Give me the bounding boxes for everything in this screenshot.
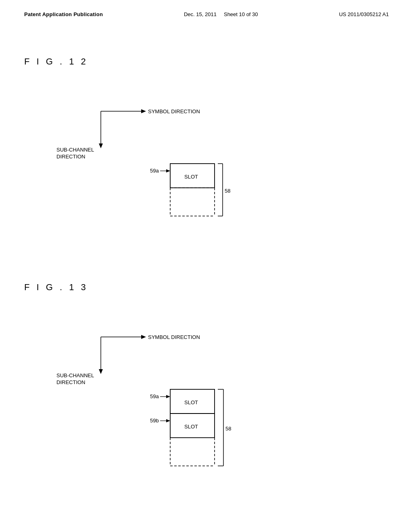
- fig12-section: F I G . 1 2 SYMBOL DIRECTION SUB-CHANNEL…: [24, 56, 307, 234]
- header-date-sheet: Dec. 15, 2011 Sheet 10 of 30: [184, 11, 258, 17]
- ref-59b-label-13: 59b: [150, 418, 159, 424]
- header-date: Dec. 15, 2011: [184, 11, 217, 17]
- fig13-diagram: SYMBOL DIRECTION SUB-CHANNEL DIRECTION 5…: [24, 305, 307, 490]
- header-sheet: Sheet 10 of 30: [224, 11, 258, 17]
- svg-text:DIRECTION: DIRECTION: [56, 154, 86, 160]
- ref-59a-label-13: 59a: [150, 393, 159, 399]
- svg-marker-23: [166, 419, 170, 422]
- symbol-direction-label-13: SYMBOL DIRECTION: [148, 334, 200, 340]
- svg-marker-1: [141, 109, 146, 113]
- ref-59a-label: 59a: [150, 168, 159, 174]
- fig12-svg: SYMBOL DIRECTION SUB-CHANNEL DIRECTION 5…: [24, 79, 286, 228]
- sub-channel-direction-label: SUB-CHANNEL: [56, 147, 94, 153]
- svg-marker-16: [141, 335, 146, 339]
- svg-marker-7: [166, 169, 170, 172]
- slot-text-a: SLOT: [184, 399, 198, 405]
- ref-58-label: 58: [225, 188, 230, 194]
- ref-58-label-13: 58: [225, 426, 231, 432]
- header-patent-number: US 2011/0305212 A1: [339, 11, 389, 17]
- sub-channel-direction-label-13: SUB-CHANNEL: [56, 372, 94, 378]
- fig13-section: F I G . 1 3 SYMBOL DIRECTION SUB-CHANNEL…: [24, 282, 307, 484]
- slot-text-top: SLOT: [184, 174, 198, 180]
- fig13-title: F I G . 1 3: [24, 282, 307, 293]
- svg-marker-18: [99, 369, 103, 374]
- svg-marker-3: [99, 143, 103, 148]
- fig12-diagram: SYMBOL DIRECTION SUB-CHANNEL DIRECTION 5…: [24, 79, 307, 232]
- fig13-svg: SYMBOL DIRECTION SUB-CHANNEL DIRECTION 5…: [24, 305, 286, 486]
- svg-marker-21: [166, 395, 170, 398]
- slot-text-b: SLOT: [184, 424, 198, 430]
- page-header: Patent Application Publication Dec. 15, …: [0, 0, 413, 17]
- symbol-direction-label: SYMBOL DIRECTION: [148, 108, 200, 114]
- svg-text:DIRECTION: DIRECTION: [56, 379, 86, 385]
- fig12-title: F I G . 1 2: [24, 56, 307, 67]
- header-publication: Patent Application Publication: [24, 11, 103, 17]
